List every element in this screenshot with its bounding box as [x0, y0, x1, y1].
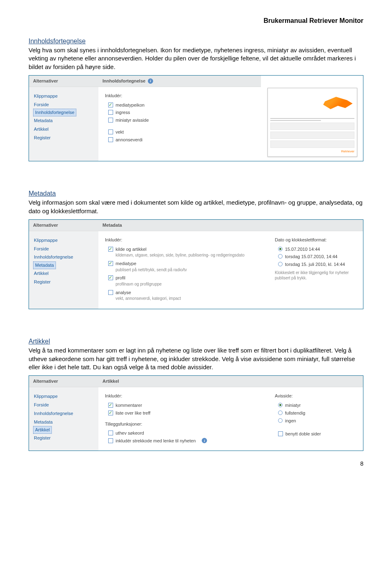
panel-title: Metadata	[102, 222, 122, 228]
include-label: Inkludér:	[105, 393, 263, 399]
check-annonseverdi[interactable]	[108, 137, 113, 142]
check-desc: profilnavn og profilgruppe	[105, 281, 263, 287]
radio-date-2[interactable]	[278, 254, 283, 259]
sidebar-item-forside[interactable]: Forside	[33, 100, 94, 109]
sidebar-head: Alternativer	[29, 220, 98, 231]
check-desc: publisert på nett/trykk, sendt på radio/…	[105, 267, 263, 273]
sidebar-item-artikkel[interactable]: Artikkel	[33, 426, 52, 434]
sidebar-item-register[interactable]: Register	[33, 134, 94, 142]
check-profil[interactable]	[108, 275, 113, 280]
check-desc: kildenavn, utgave, seksjon, side, byline…	[105, 252, 263, 258]
radio-miniatyr[interactable]	[278, 403, 283, 407]
check-miniatyr[interactable]	[108, 118, 113, 123]
sidebar-item-forside[interactable]: Forside	[33, 401, 94, 409]
check-label: miniatyr avisside	[116, 117, 149, 123]
check-label: profil	[116, 275, 125, 281]
radio-date-1[interactable]	[278, 247, 283, 251]
check-label: kommentarer	[116, 402, 142, 408]
panel-title: Artikkel	[102, 378, 119, 384]
sidebar-item-register[interactable]: Register	[33, 278, 94, 286]
sidebar-item-forside[interactable]: Forside	[33, 245, 94, 253]
check-label: vekt	[116, 129, 124, 135]
screenshot-innholdsfortegnelse: Alternativer Klippmappe Forside Innholds…	[29, 75, 363, 161]
radio-label: torsdag 15.07.2010, 14:44	[285, 254, 337, 260]
sidebar-head: Alternativer	[29, 76, 98, 87]
sidebar: Alternativer Klippmappe Forside Innholds…	[29, 76, 98, 161]
radio-fullstendig[interactable]	[278, 411, 283, 415]
sidebar-item-innholdsfortegnelse[interactable]: Innholdsfortegnelse	[33, 253, 94, 261]
date-note: Klokkeslett er ikke tilgjengelig for nyh…	[275, 270, 356, 281]
sidebar-item-innholdsfortegnelse[interactable]: Innholdsfortegnelse	[33, 409, 94, 418]
check-doble-sider[interactable]	[278, 431, 283, 436]
sidebar-item-klippmappe[interactable]: Klippmappe	[33, 236, 94, 245]
sidebar-head: Alternativer	[29, 376, 98, 387]
screenshot-artikkel: Alternativer Klippmappe Forside Innholds…	[29, 375, 363, 451]
check-vekt[interactable]	[108, 129, 113, 134]
radio-label: torsdag 15. juli 2010, kl. 14:44	[285, 261, 345, 268]
check-label: analyse	[116, 290, 131, 296]
page-preview: Retriever	[267, 88, 357, 157]
doc-header: Brukermanual Retriever Monitor	[29, 16, 363, 25]
panel-head: Artikkel	[98, 376, 363, 387]
check-uthev[interactable]	[108, 431, 113, 435]
check-ingress[interactable]	[108, 110, 113, 115]
body-innholdsfortegnelse: Velg hva som skal synes i innholdsforteg…	[29, 46, 363, 71]
check-kommentarer[interactable]	[108, 403, 113, 408]
avisside-head: Avisside:	[275, 393, 356, 399]
check-label: annonseverdi	[116, 137, 143, 143]
sidebar-item-artikkel[interactable]: Artikkel	[33, 125, 94, 134]
heading-artikkel: Artikkel	[29, 337, 363, 346]
check-label: ingress	[116, 109, 130, 116]
sidebar-item-artikkel[interactable]: Artikkel	[33, 269, 94, 278]
check-mediatypeikon[interactable]	[108, 103, 113, 107]
radio-label: miniatyr	[285, 402, 301, 408]
check-analyse[interactable]	[108, 290, 113, 295]
check-label: liste over like treff	[116, 410, 150, 416]
check-mediatype[interactable]	[108, 261, 113, 266]
sidebar-item-metadata[interactable]: Metadata	[33, 116, 94, 125]
check-kilde[interactable]	[108, 247, 113, 252]
radio-label: 15.07.2010 14:44	[285, 246, 320, 252]
body-artikkel: Velg å ta med kommentarer som er lagt in…	[29, 346, 363, 371]
check-label: inkludér strekkode med lenke til nyheten	[116, 438, 196, 444]
page-number: 8	[29, 460, 363, 468]
panel-head: Metadata	[98, 220, 363, 231]
brand-label: Retriever	[270, 150, 354, 154]
check-liketreff[interactable]	[108, 411, 113, 415]
date-format-head: Dato og klokkeslettformat:	[275, 237, 356, 243]
sidebar-item-klippmappe[interactable]: Klippmappe	[33, 392, 94, 401]
include-label: Inkludér:	[105, 93, 254, 99]
check-label: mediatypeikon	[116, 102, 145, 108]
sidebar-item-register[interactable]: Register	[33, 434, 94, 442]
extra-head: Tilleggsfunksjoner:	[105, 421, 263, 427]
panel-title: Innholdsfortegnelse	[102, 78, 145, 84]
screenshot-metadata: Alternativer Klippmappe Forside Innholds…	[29, 219, 363, 309]
heading-innholdsfortegnelse: Innholdsfortegnelse	[29, 37, 363, 46]
panel-head: Innholdsfortegnelse i	[98, 76, 261, 87]
include-label: Inkludér:	[105, 237, 263, 243]
sidebar: Alternativer Klippmappe Forside Innholds…	[29, 220, 98, 309]
radio-label: fullstendig	[285, 410, 305, 416]
sidebar-item-metadata[interactable]: Metadata	[33, 261, 56, 269]
radio-date-3[interactable]	[278, 262, 283, 266]
radio-label: ingen	[285, 418, 296, 424]
check-label: benytt doble sider	[285, 431, 321, 437]
sidebar-item-klippmappe[interactable]: Klippmappe	[33, 92, 94, 100]
heading-metadata: Metadata	[29, 189, 363, 198]
check-label: uthev søkeord	[116, 430, 144, 436]
check-label: kilde og artikkel	[116, 246, 147, 252]
info-icon[interactable]: i	[202, 438, 207, 443]
body-metadata: Velg informasjon som skal være med i dok…	[29, 199, 363, 215]
check-label: mediatype	[116, 261, 136, 267]
check-desc: vekt, annonseverdi, kategori, impact	[105, 296, 263, 301]
sidebar-item-innholdsfortegnelse[interactable]: Innholdsfortegnelse	[33, 109, 76, 116]
sidebar-item-metadata[interactable]: Metadata	[33, 418, 94, 426]
radio-ingen[interactable]	[278, 418, 283, 423]
check-strekkode[interactable]	[108, 438, 113, 443]
info-icon[interactable]: i	[148, 78, 153, 84]
sidebar: Alternativer Klippmappe Forside Innholds…	[29, 376, 98, 451]
